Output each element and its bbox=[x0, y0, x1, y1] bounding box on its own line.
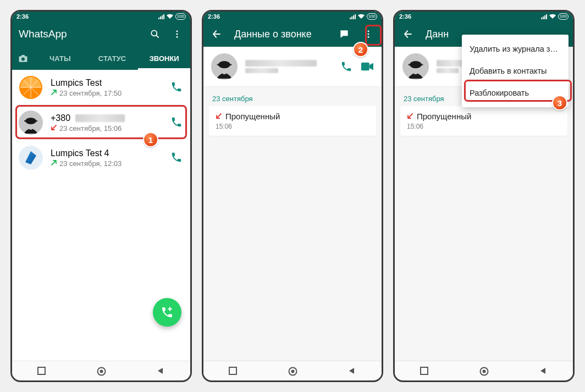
avatar bbox=[19, 146, 43, 170]
nav-home-icon[interactable] bbox=[97, 367, 106, 376]
wifi-icon bbox=[549, 14, 556, 19]
tab-chats[interactable]: ЧАТЫ bbox=[34, 47, 86, 70]
call-datetime: 23 сентября, 17:50 bbox=[59, 89, 122, 97]
nav-recents-icon[interactable] bbox=[229, 367, 238, 376]
nav-home-icon[interactable] bbox=[479, 367, 488, 376]
avatar bbox=[19, 111, 43, 135]
svg-point-28 bbox=[414, 71, 418, 75]
svg-rect-27 bbox=[409, 64, 423, 65]
camera-tab-icon[interactable] bbox=[12, 54, 34, 63]
missed-line: Пропущенный bbox=[407, 112, 561, 121]
call-name: Lumpics Test bbox=[51, 78, 163, 88]
missed-arrow-icon bbox=[216, 112, 222, 121]
step-1-badge: 1 bbox=[143, 132, 158, 147]
svg-point-2 bbox=[176, 30, 178, 32]
step-2-badge: 2 bbox=[353, 42, 368, 57]
nav-back-icon[interactable] bbox=[347, 367, 356, 376]
blurred-status bbox=[437, 68, 459, 73]
tab-calls[interactable]: ЗВОНКИ bbox=[138, 47, 190, 70]
search-icon[interactable] bbox=[148, 27, 162, 41]
missed-time: 15:06 bbox=[407, 123, 561, 130]
svg-rect-13 bbox=[38, 367, 45, 374]
svg-point-15 bbox=[100, 369, 103, 373]
call-phone-icon[interactable] bbox=[170, 151, 184, 164]
call-datetime: 23 сентября, 15:06 bbox=[59, 124, 122, 132]
chat-icon[interactable] bbox=[338, 27, 351, 41]
battery-indicator: 100 bbox=[175, 13, 186, 20]
avatar bbox=[211, 53, 238, 80]
call-info: Lumpics Test 23 сентября, 17:50 bbox=[51, 78, 163, 97]
phone-screen-2: 2:36 100 Данные о звонке bbox=[202, 10, 383, 382]
avatar bbox=[402, 53, 429, 80]
missed-arrow-icon bbox=[407, 112, 413, 121]
tab-status[interactable]: СТАТУС bbox=[86, 47, 139, 70]
detail-header: Данные о звонке bbox=[203, 21, 382, 47]
menu-item-add-contact[interactable]: Добавить в контакты bbox=[462, 60, 569, 82]
call-subtitle: 23 сентября, 15:06 bbox=[51, 124, 163, 132]
wifi-icon bbox=[167, 14, 173, 19]
video-call-icon[interactable] bbox=[361, 60, 374, 73]
missed-time: 15:06 bbox=[216, 123, 369, 130]
nav-recents-icon[interactable] bbox=[420, 367, 429, 376]
status-bar: 2:36 100 bbox=[203, 12, 382, 21]
phone-screen-1: 2:36 100 WhatsApp ЧАТЫ СТАТУС ЗВОНКИ bbox=[10, 10, 192, 382]
call-row[interactable]: Lumpics Test 4 23 сентября, 12:03 bbox=[12, 140, 190, 175]
call-info: Lumpics Test 4 23 сентября, 12:03 bbox=[51, 148, 163, 168]
svg-point-17 bbox=[368, 34, 369, 35]
signal-icon bbox=[350, 14, 356, 19]
svg-rect-22 bbox=[361, 63, 369, 71]
call-phone-icon[interactable] bbox=[340, 60, 353, 73]
status-right: 100 bbox=[350, 13, 377, 20]
outgoing-arrow-icon bbox=[51, 89, 57, 97]
svg-point-7 bbox=[21, 58, 25, 61]
nav-back-icon[interactable] bbox=[156, 367, 165, 376]
call-log-card[interactable]: Пропущенный 15:06 bbox=[209, 106, 376, 136]
android-nav bbox=[395, 361, 573, 380]
status-bar: 2:36 100 bbox=[12, 12, 190, 21]
call-phone-icon[interactable] bbox=[170, 81, 184, 94]
call-info: +380 23 сентября, 15:06 bbox=[51, 113, 163, 132]
svg-point-25 bbox=[291, 369, 295, 373]
call-name: Lumpics Test 4 bbox=[51, 148, 163, 158]
back-icon[interactable] bbox=[210, 27, 223, 41]
menu-item-delete[interactable]: Удалить из журнала звонков bbox=[462, 38, 569, 60]
context-menu: Удалить из журнала звонков Добавить в ко… bbox=[462, 35, 569, 107]
missed-line: Пропущенный bbox=[216, 112, 369, 121]
phone-prefix: +380 bbox=[51, 113, 70, 123]
android-nav bbox=[203, 361, 382, 380]
android-nav bbox=[12, 361, 190, 380]
nav-recents-icon[interactable] bbox=[37, 367, 46, 376]
blurred-status bbox=[245, 68, 278, 73]
status-right: 100 bbox=[158, 13, 186, 20]
nav-back-icon[interactable] bbox=[539, 367, 548, 376]
call-row[interactable]: Lumpics Test 23 сентября, 17:50 bbox=[12, 70, 190, 105]
signal-icon bbox=[158, 14, 164, 19]
app-header: WhatsApp bbox=[12, 21, 190, 47]
nav-home-icon[interactable] bbox=[288, 367, 297, 376]
phone-screen-3: 2:36 100 Данн 23 сентября bbox=[393, 10, 575, 382]
call-name: +380 bbox=[51, 113, 163, 123]
screen-body: 23 сентября Пропущенный 15:06 bbox=[203, 47, 382, 361]
svg-point-0 bbox=[151, 30, 157, 36]
missed-label: Пропущенный bbox=[225, 112, 280, 121]
avatar bbox=[19, 75, 43, 100]
date-label: 23 сентября bbox=[209, 90, 376, 106]
contact-info bbox=[245, 60, 332, 73]
missed-arrow-icon bbox=[51, 124, 57, 132]
new-call-fab[interactable] bbox=[153, 298, 181, 327]
more-icon[interactable] bbox=[170, 27, 184, 41]
more-icon[interactable] bbox=[362, 27, 375, 41]
svg-rect-29 bbox=[421, 367, 428, 374]
outgoing-arrow-icon bbox=[51, 159, 57, 168]
call-phone-icon[interactable] bbox=[170, 116, 184, 129]
wifi-icon bbox=[358, 14, 365, 19]
call-row[interactable]: +380 23 сентября, 15:06 bbox=[12, 105, 190, 140]
tabs-bar: ЧАТЫ СТАТУС ЗВОНКИ bbox=[12, 47, 190, 70]
back-icon[interactable] bbox=[401, 27, 415, 41]
svg-point-21 bbox=[223, 71, 227, 75]
svg-rect-10 bbox=[24, 120, 37, 122]
call-log-card[interactable]: Пропущенный 15:06 bbox=[400, 106, 567, 136]
blurred-number bbox=[245, 60, 317, 67]
call-log-section: 23 сентября Пропущенный 15:06 bbox=[203, 87, 382, 361]
battery-indicator: 100 bbox=[367, 13, 377, 20]
